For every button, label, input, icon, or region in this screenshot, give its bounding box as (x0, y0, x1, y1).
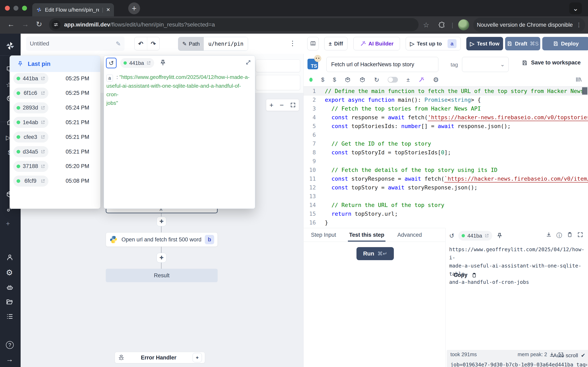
pin-list-item[interactable]: 6f1c605:25 PM (10, 86, 100, 100)
auto-scroll-checkbox[interactable]: Auto scroll ✔ (553, 352, 585, 359)
fullscreen-icon[interactable] (577, 232, 583, 238)
clipboard-icon[interactable] (567, 232, 573, 238)
pin-list-item[interactable]: cfee305:21 PM (10, 130, 100, 144)
docs-book-button[interactable] (307, 37, 319, 50)
code-editor[interactable]: 1// Define the main function to fetch th… (303, 87, 588, 228)
window-minimize-button[interactable] (13, 6, 18, 11)
sidebar-item-folders-icon[interactable] (6, 298, 13, 305)
code-line[interactable]: 11 const storyResponse = await fetch(`ht… (303, 174, 588, 183)
path-chip[interactable]: ✎ Path u/henri/pin (178, 37, 248, 51)
add-step-button[interactable]: ✚ (156, 217, 166, 226)
sidebar-expand-arrow-icon[interactable]: → (6, 355, 13, 362)
add-step-button[interactable]: ✚ (156, 253, 166, 263)
error-handler-node[interactable]: Error Handler ✚ (115, 352, 205, 363)
site-info-icon[interactable] (52, 20, 61, 29)
pin-list-item[interactable]: 1e4ab05:21 PM (10, 115, 100, 130)
back-icon[interactable]: ← (7, 20, 15, 29)
run-button[interactable]: Run ⌘↵ (356, 247, 394, 260)
test-up-to-button[interactable]: ▷ Test up to a (406, 37, 461, 50)
pin-id-pill[interactable]: 1e4ab (13, 117, 48, 128)
variables-dollar-icon[interactable]: $ (321, 76, 324, 83)
windmill-logo-icon[interactable] (5, 41, 15, 51)
editor-scrollbar-thumb[interactable] (582, 87, 587, 95)
pin-list-item[interactable]: 3718805:20 PM (10, 159, 100, 174)
tab-advanced[interactable]: Advanced (397, 228, 422, 242)
pin-id-pill[interactable]: 6fcf9 (13, 175, 48, 187)
history-button[interactable]: ↺ (106, 58, 117, 68)
tag-dropdown[interactable]: ⌄ (462, 57, 509, 72)
new-tab-button[interactable]: + (128, 2, 140, 14)
sidebar-item-workers-robot-icon[interactable] (6, 284, 13, 291)
download-icon[interactable] (546, 232, 552, 238)
pin-id-pill[interactable]: 441ba (13, 73, 48, 84)
external-link-icon[interactable] (41, 120, 45, 125)
toolbar-kebab-icon[interactable]: ⋮ (289, 39, 296, 47)
settings-gear-icon[interactable]: ⚙ (433, 76, 439, 83)
address-bar[interactable]: app.windmill.dev/flows/edit/u/henri/pin_… (49, 18, 419, 31)
result-node[interactable]: Result (106, 269, 218, 282)
reload-icon[interactable]: ↻ (374, 76, 379, 83)
undo-button[interactable]: ↶ (135, 40, 147, 47)
external-link-icon[interactable] (41, 179, 45, 183)
external-link-icon[interactable] (41, 164, 45, 169)
code-line[interactable]: 12 const topStory = await storyResponse.… (303, 183, 588, 192)
zoom-out-button[interactable]: − (280, 101, 284, 109)
fit-view-button[interactable] (290, 102, 296, 108)
code-line[interactable]: 14 // Return the URL of the top story (303, 201, 588, 209)
pin-id-pill[interactable]: 6f1c6 (13, 88, 48, 99)
code-line[interactable]: 7 // Get the ID of the top story (303, 139, 588, 148)
redo-button[interactable]: ↷ (147, 40, 160, 47)
pin-id-pill[interactable]: 37188 (13, 161, 48, 172)
forward-icon[interactable]: → (22, 20, 29, 29)
bookmark-star-icon[interactable]: ☆ (423, 21, 429, 29)
browser-tab[interactable]: Edit Flow u/henri/pin_results | ✕ (32, 3, 114, 16)
info-icon[interactable]: ⓘ (556, 232, 562, 239)
window-zoom-button[interactable] (22, 6, 27, 11)
step-name-input[interactable]: Fetch url of HackerNews top story (327, 57, 438, 72)
reload-icon[interactable]: ↻ (36, 20, 42, 29)
external-link-icon[interactable] (484, 234, 489, 238)
code-line[interactable]: 10 // Fetch the details of the top story… (303, 166, 588, 174)
code-line[interactable]: 8 const topStoryId = topStoriesIds[0]; (303, 148, 588, 157)
ai-builder-button[interactable]: AI Builder (354, 37, 400, 50)
sidebar-item-add-plus-icon[interactable]: + (6, 220, 13, 227)
flow-input-node[interactable] (256, 59, 300, 72)
flow-step-node[interactable] (256, 75, 300, 90)
code-line[interactable]: 1// Define the main function to fetch th… (303, 87, 588, 95)
code-line[interactable]: 3 // Fetch the top stories from Hacker N… (303, 104, 588, 113)
diff-icon[interactable]: ± (406, 76, 410, 83)
assistant-toggle[interactable] (388, 77, 398, 83)
draft-button[interactable]: Draft ⌘S (505, 37, 540, 50)
tab-test-this-step[interactable]: Test this step (349, 228, 384, 242)
tab-close-icon[interactable]: ✕ (106, 7, 110, 13)
chrome-update-pill[interactable]: Nouvelle version de Chrome disponible ⋮ (473, 18, 585, 32)
python-step-node[interactable]: Open url and fetch first 500 words of ..… (106, 233, 218, 247)
pin-icon[interactable] (496, 233, 503, 239)
external-link-icon[interactable] (41, 150, 45, 154)
pin-id-pill[interactable]: 441ba (120, 58, 154, 68)
library-icon[interactable] (575, 76, 582, 83)
sidebar-item-settings-gear-icon[interactable]: ⚙ (6, 268, 13, 275)
package-cube-icon[interactable] (359, 77, 365, 83)
zoom-in-button[interactable]: + (269, 101, 273, 109)
magic-wand-icon[interactable] (418, 77, 424, 83)
tab-step-input[interactable]: Step Input (311, 228, 336, 242)
window-close-button[interactable] (5, 6, 10, 11)
code-line[interactable]: 16} (303, 218, 588, 227)
pin-list-item[interactable]: 441ba05:25 PM (10, 71, 100, 86)
save-to-workspace-button[interactable]: Save to workspace (522, 59, 581, 66)
code-line[interactable]: 4 const response = await fetch('https://… (303, 113, 588, 122)
sidebar-item-account-person-icon[interactable] (6, 253, 13, 261)
test-flow-button[interactable]: ▷ Test flow (466, 37, 503, 50)
pin-id-pill[interactable]: 441ba (458, 231, 492, 241)
help-question-icon[interactable]: ? (6, 341, 14, 349)
diff-button[interactable]: ± Diff (324, 37, 347, 50)
pin-list-item[interactable]: d34a505:21 PM (10, 144, 100, 159)
pin-id-pill[interactable]: cfee3 (13, 132, 48, 142)
code-line[interactable]: 13 (303, 192, 588, 201)
code-line[interactable]: 9 (303, 157, 588, 166)
edit-pencil-icon[interactable]: ✎ (116, 40, 121, 47)
browser-menu-kebab-icon[interactable]: ⋮ (576, 22, 581, 28)
external-link-icon[interactable] (146, 61, 151, 65)
external-link-icon[interactable] (41, 91, 45, 95)
